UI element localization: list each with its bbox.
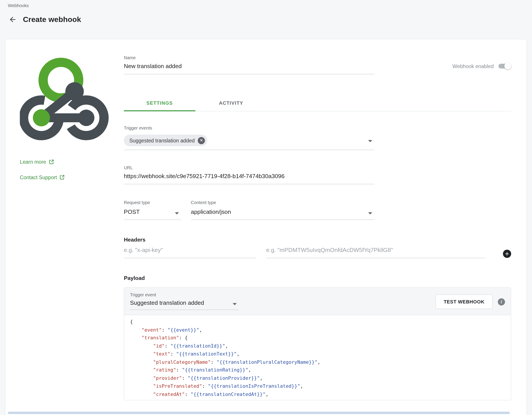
tab-settings[interactable]: SETTINGS [124, 95, 195, 111]
content-type-value-row: application/json [191, 206, 374, 220]
external-link-icon [49, 159, 54, 164]
trigger-event-chip-label: Suggested translation added [129, 138, 195, 143]
tab-activity-label: ACTIVITY [219, 100, 243, 106]
chevron-down-icon [368, 140, 372, 142]
url-label: URL [124, 165, 374, 170]
name-field: Name [124, 55, 374, 74]
horizontal-scrollbar[interactable] [8, 412, 510, 414]
name-input[interactable] [124, 60, 374, 74]
payload-title: Payload [124, 275, 511, 281]
payload-panel: Trigger event Suggested translation adde… [124, 287, 511, 400]
headers-row: + [124, 244, 511, 258]
tab-settings-label: SETTINGS [146, 100, 173, 106]
topbar: Webhooks Create webhook [0, 0, 532, 25]
left-column: Learn more Contact Support [20, 55, 124, 180]
trigger-event-chip: Suggested translation added ✕ [124, 135, 207, 146]
chevron-down-icon [233, 303, 237, 305]
payload-trigger-value: Suggested translation added [130, 300, 204, 306]
payload-code-editor[interactable]: { "event": "{{event}}", "translation": {… [124, 315, 511, 400]
request-type-value-row: POST [124, 206, 181, 220]
content-type-select[interactable]: Content type application/json [191, 200, 374, 220]
payload-trigger-label: Trigger event [130, 292, 239, 297]
trigger-events-label: Trigger events [124, 125, 374, 130]
url-input[interactable] [124, 170, 374, 184]
content-type-label: Content type [191, 200, 374, 205]
chevron-down-icon [368, 212, 372, 214]
test-webhook-button[interactable]: TEST WEBHOOK [435, 295, 493, 309]
external-link-icon [60, 175, 65, 180]
arrow-left-icon [9, 15, 17, 23]
payload-header-actions: TEST WEBHOOK i [435, 295, 505, 309]
learn-more-label: Learn more [20, 159, 46, 165]
main-column: Name Webhook enabled SETTINGS ACTIVITY [124, 55, 511, 400]
add-header-button[interactable]: + [503, 250, 511, 258]
webhook-logo-icon [20, 58, 109, 140]
trigger-events-select[interactable]: Suggested translation added ✕ [124, 131, 374, 150]
breadcrumb[interactable]: Webhooks [8, 3, 524, 8]
webhook-enabled-switch[interactable] [499, 63, 511, 70]
header-value-input[interactable] [266, 244, 485, 258]
webhook-enabled-row: Webhook enabled [452, 63, 511, 70]
url-field: URL [124, 165, 374, 184]
payload-trigger-value-row: Suggested translation added [130, 298, 239, 310]
name-row: Name Webhook enabled [124, 55, 511, 74]
page-title: Create webhook [23, 15, 81, 24]
title-row: Create webhook [8, 14, 524, 25]
learn-more-link[interactable]: Learn more [20, 159, 54, 165]
switch-knob [504, 63, 511, 70]
types-row: Request type POST Content type applicati… [124, 200, 511, 220]
plus-icon: + [505, 250, 509, 257]
chip-remove-icon[interactable]: ✕ [198, 137, 205, 144]
webhook-enabled-label: Webhook enabled [452, 63, 494, 69]
request-type-select[interactable]: Request type POST [124, 200, 181, 220]
payload-trigger-select[interactable]: Trigger event Suggested translation adde… [130, 292, 239, 310]
header-key-input[interactable] [124, 244, 256, 258]
back-button[interactable] [8, 15, 18, 24]
info-icon[interactable]: i [498, 298, 505, 305]
page: Webhooks Create webhook [0, 0, 532, 415]
name-label: Name [124, 55, 374, 60]
request-type-value: POST [124, 208, 149, 215]
contact-support-label: Contact Support [20, 174, 57, 180]
tab-bar: SETTINGS ACTIVITY [124, 95, 511, 111]
content-type-value: application/json [191, 208, 241, 215]
webhook-card: Learn more Contact Support Name [5, 39, 527, 415]
webhook-logo [20, 58, 109, 140]
trigger-events-field: Trigger events Suggested translation add… [124, 125, 374, 150]
request-type-label: Request type [124, 200, 181, 205]
chevron-down-icon [175, 212, 179, 214]
tab-activity[interactable]: ACTIVITY [195, 95, 267, 111]
contact-support-link[interactable]: Contact Support [20, 174, 65, 180]
headers-title: Headers [124, 237, 511, 243]
payload-panel-header: Trigger event Suggested translation adde… [124, 288, 511, 315]
